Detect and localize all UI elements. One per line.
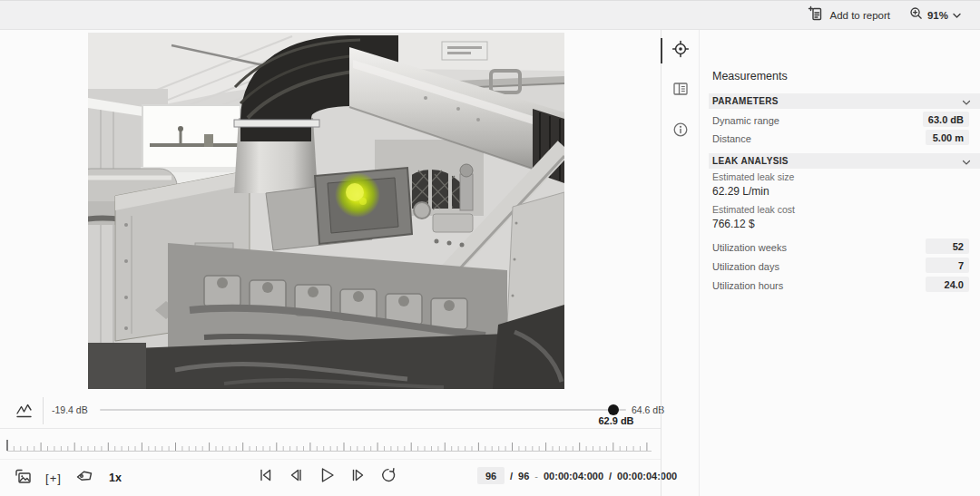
estimated-leak-size-value: 62.29 L/min [712,185,769,198]
zoom-value: 91% [927,10,948,21]
report-panel-tool-button[interactable] [671,81,691,101]
estimated-leak-cost-value: 766.12 $ [712,218,755,230]
utilization-days-input[interactable]: 7 [926,258,969,273]
parameters-section-header[interactable]: PARAMETERS [709,93,980,109]
play-button[interactable] [316,465,338,489]
panel-title: Measurements [712,70,788,83]
tag-button[interactable] [73,466,96,490]
level-row-divider [43,397,44,424]
report-panel-icon [671,80,690,102]
frame-time-counter: 96 / 96 - 00:00:04:000 / 00:00:04:000 [477,467,677,484]
utilization-hours-input[interactable]: 24.0 [926,277,969,292]
measurements-tool-button[interactable] [671,41,691,61]
param-label: Distance [712,133,751,144]
topbar: Add to report 91% [0,0,980,30]
replay-icon [379,466,397,488]
snapshot-icon [13,466,33,490]
leak-analysis-section-header[interactable]: LEAK ANALYSIS [709,153,980,169]
acoustic-image-viewport[interactable] [88,33,564,389]
sidebar-divider [661,30,662,496]
distance-input[interactable]: 5.00 m [926,130,969,145]
input-label: Utilization days [712,261,779,272]
stat-label: Estimated leak size [712,171,794,182]
transport-left-tools: [+] 1x [11,466,127,490]
active-tool-indicator [661,38,662,63]
utilization-weeks-input[interactable]: 52 [926,238,969,254]
stat-label: Estimated leak cost [712,204,795,215]
info-icon [671,121,690,142]
chevron-down-icon [962,153,971,170]
timeline-scrubber[interactable] [0,429,661,459]
play-icon [317,465,337,489]
frame-input[interactable]: 96 [477,467,505,484]
histogram-icon [15,401,34,423]
acoustic-image [88,33,564,389]
snapshot-button[interactable] [11,466,34,490]
histogram-button[interactable] [12,401,36,423]
level-current-label: 62.9 dB [594,415,638,426]
add-to-report-button[interactable]: Add to report [807,5,889,25]
add-to-report-label: Add to report [829,10,889,21]
add-region-button[interactable]: [+] [42,466,65,490]
frame-separator: / [510,471,513,481]
add-to-report-icon [807,5,824,25]
leak-hotspot [335,172,380,218]
time-current: 00:00:04:000 [544,471,603,481]
parameters-header-label: PARAMETERS [712,96,779,106]
measurements-panel: Measurements PARAMETERS Dynamic range 63… [700,30,980,496]
frame-total: 96 [518,471,529,481]
leak-analysis-header-label: LEAK ANALYSIS [712,156,789,166]
replay-button[interactable] [377,465,399,489]
level-max-label: 64.6 dB [632,404,664,415]
counter-dash: - [534,471,538,481]
playback-speed-label: 1x [109,472,122,484]
timeline-ticks [0,429,661,459]
add-region-icon: [+] [45,472,62,485]
chevron-down-icon [952,7,962,24]
time-separator: / [609,471,612,481]
skip-start-icon [256,466,274,488]
param-label: Dynamic range [712,115,779,126]
dynamic-range-input[interactable]: 63.0 dB [923,112,969,127]
level-slider-handle[interactable] [608,404,619,415]
input-label: Utilization hours [712,280,783,291]
divider [0,459,661,460]
crosshair-icon [671,40,690,62]
chevron-down-icon [962,93,971,110]
transport-controls [254,465,399,489]
time-total: 00:00:04:000 [617,471,677,481]
level-min-label: -19.4 dB [52,404,88,415]
tag-icon [74,466,94,490]
input-label: Utilization weeks [712,242,787,253]
zoom-control[interactable]: 91% [908,5,962,24]
step-back-icon [287,466,305,488]
step-forward-button[interactable] [347,465,368,489]
playback-speed-button[interactable]: 1x [103,466,127,490]
info-tool-button[interactable] [671,122,691,141]
zoom-magnifier-icon [908,5,924,24]
level-slider-track[interactable] [100,409,626,411]
skip-to-start-button[interactable] [254,465,276,489]
step-forward-icon [348,466,367,488]
step-back-button[interactable] [285,465,307,489]
